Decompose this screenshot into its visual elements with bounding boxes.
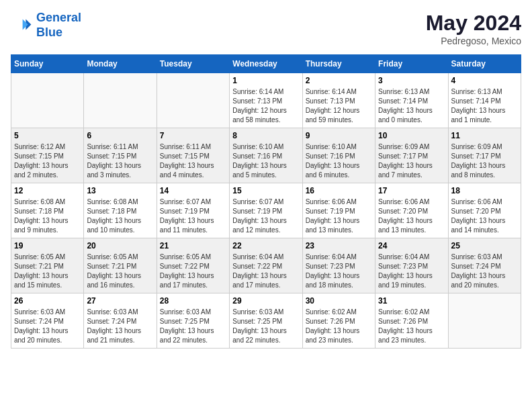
day-info: Sunrise: 6:05 AMSunset: 7:21 PMDaylight:…: [14, 253, 81, 290]
day-number: 31: [378, 296, 445, 306]
page-header: General Blue May 2024 Pedregoso, Mexico: [11, 11, 521, 46]
calendar-cell: [157, 73, 229, 128]
day-number: 21: [160, 241, 226, 250]
weekday-header-thursday: Thursday: [302, 55, 375, 73]
calendar-cell: 8Sunrise: 6:10 AMSunset: 7:16 PMDaylight…: [230, 128, 302, 183]
calendar-week-2: 5Sunrise: 6:12 AMSunset: 7:15 PMDaylight…: [11, 128, 521, 183]
day-number: 24: [378, 241, 445, 250]
day-info: Sunrise: 6:06 AMSunset: 7:20 PMDaylight:…: [378, 197, 445, 235]
day-info: Sunrise: 6:12 AMSunset: 7:15 PMDaylight:…: [14, 142, 81, 180]
day-number: 9: [306, 131, 372, 140]
calendar-cell: 12Sunrise: 6:08 AMSunset: 7:18 PMDayligh…: [11, 183, 84, 238]
calendar-cell: 24Sunrise: 6:04 AMSunset: 7:23 PMDayligh…: [375, 238, 448, 293]
day-number: 22: [232, 241, 299, 250]
day-info: Sunrise: 6:07 AMSunset: 7:19 PMDaylight:…: [232, 197, 299, 235]
title-block: May 2024 Pedregoso, Mexico: [426, 11, 521, 46]
calendar-cell: [448, 293, 521, 349]
day-info: Sunrise: 6:06 AMSunset: 7:19 PMDaylight:…: [306, 197, 372, 235]
calendar-cell: 22Sunrise: 6:04 AMSunset: 7:22 PMDayligh…: [230, 238, 302, 293]
logo-line2: Blue: [36, 26, 62, 39]
day-info: Sunrise: 6:09 AMSunset: 7:17 PMDaylight:…: [378, 142, 445, 180]
calendar-cell: 26Sunrise: 6:03 AMSunset: 7:24 PMDayligh…: [11, 293, 84, 349]
day-info: Sunrise: 6:08 AMSunset: 7:18 PMDaylight:…: [14, 197, 81, 235]
day-number: 4: [451, 76, 518, 85]
day-number: 28: [160, 296, 226, 306]
logo-text: General Blue: [36, 11, 81, 40]
day-info: Sunrise: 6:11 AMSunset: 7:15 PMDaylight:…: [87, 142, 153, 180]
calendar-cell: [84, 73, 157, 128]
calendar-cell: 28Sunrise: 6:03 AMSunset: 7:25 PMDayligh…: [157, 293, 229, 349]
day-number: 18: [451, 186, 518, 195]
day-info: Sunrise: 6:03 AMSunset: 7:24 PMDaylight:…: [451, 253, 518, 290]
day-number: 26: [14, 296, 81, 306]
day-number: 11: [451, 131, 518, 140]
day-info: Sunrise: 6:13 AMSunset: 7:14 PMDaylight:…: [378, 87, 445, 125]
day-info: Sunrise: 6:03 AMSunset: 7:25 PMDaylight:…: [160, 308, 226, 345]
calendar-cell: 30Sunrise: 6:02 AMSunset: 7:26 PMDayligh…: [302, 293, 375, 349]
day-number: 7: [160, 131, 226, 140]
day-number: 17: [378, 186, 445, 195]
day-info: Sunrise: 6:14 AMSunset: 7:13 PMDaylight:…: [306, 87, 372, 125]
day-info: Sunrise: 6:07 AMSunset: 7:19 PMDaylight:…: [160, 197, 226, 235]
calendar-week-1: 1Sunrise: 6:14 AMSunset: 7:13 PMDaylight…: [11, 73, 521, 128]
weekday-header-saturday: Saturday: [448, 55, 521, 73]
weekday-header-tuesday: Tuesday: [157, 55, 229, 73]
calendar-cell: 29Sunrise: 6:03 AMSunset: 7:25 PMDayligh…: [230, 293, 302, 349]
calendar-week-5: 26Sunrise: 6:03 AMSunset: 7:24 PMDayligh…: [11, 293, 521, 349]
day-number: 5: [14, 131, 81, 140]
calendar-cell: 15Sunrise: 6:07 AMSunset: 7:19 PMDayligh…: [230, 183, 302, 238]
day-info: Sunrise: 6:03 AMSunset: 7:24 PMDaylight:…: [14, 308, 81, 345]
day-info: Sunrise: 6:13 AMSunset: 7:14 PMDaylight:…: [451, 87, 518, 125]
day-number: 19: [14, 241, 81, 250]
day-number: 10: [378, 131, 445, 140]
calendar-table: SundayMondayTuesdayWednesdayThursdayFrid…: [11, 54, 521, 349]
calendar-cell: 25Sunrise: 6:03 AMSunset: 7:24 PMDayligh…: [448, 238, 521, 293]
calendar-cell: 13Sunrise: 6:08 AMSunset: 7:18 PMDayligh…: [84, 183, 157, 238]
day-info: Sunrise: 6:02 AMSunset: 7:26 PMDaylight:…: [378, 308, 445, 345]
calendar-week-4: 19Sunrise: 6:05 AMSunset: 7:21 PMDayligh…: [11, 238, 521, 293]
day-info: Sunrise: 6:10 AMSunset: 7:16 PMDaylight:…: [232, 142, 299, 180]
day-info: Sunrise: 6:08 AMSunset: 7:18 PMDaylight:…: [87, 197, 153, 235]
day-info: Sunrise: 6:11 AMSunset: 7:15 PMDaylight:…: [160, 142, 226, 180]
calendar-cell: 11Sunrise: 6:09 AMSunset: 7:17 PMDayligh…: [448, 128, 521, 183]
month-year-title: May 2024: [426, 11, 521, 36]
day-info: Sunrise: 6:05 AMSunset: 7:22 PMDaylight:…: [160, 253, 226, 290]
day-number: 2: [306, 76, 372, 85]
calendar-cell: 27Sunrise: 6:03 AMSunset: 7:24 PMDayligh…: [84, 293, 157, 349]
logo: General Blue: [11, 11, 81, 40]
calendar-cell: 10Sunrise: 6:09 AMSunset: 7:17 PMDayligh…: [375, 128, 448, 183]
day-number: 8: [232, 131, 299, 140]
weekday-header-sunday: Sunday: [11, 55, 84, 73]
weekday-header-friday: Friday: [375, 55, 448, 73]
calendar-cell: 21Sunrise: 6:05 AMSunset: 7:22 PMDayligh…: [157, 238, 229, 293]
day-info: Sunrise: 6:03 AMSunset: 7:25 PMDaylight:…: [232, 308, 299, 345]
weekday-header-monday: Monday: [84, 55, 157, 73]
day-number: 12: [14, 186, 81, 195]
day-info: Sunrise: 6:14 AMSunset: 7:13 PMDaylight:…: [232, 87, 299, 125]
day-number: 13: [87, 186, 153, 195]
calendar-cell: 7Sunrise: 6:11 AMSunset: 7:15 PMDaylight…: [157, 128, 229, 183]
day-number: 6: [87, 131, 153, 140]
day-info: Sunrise: 6:04 AMSunset: 7:23 PMDaylight:…: [306, 253, 372, 290]
day-number: 15: [232, 186, 299, 195]
day-number: 3: [378, 76, 445, 85]
day-number: 1: [232, 76, 299, 85]
day-info: Sunrise: 6:09 AMSunset: 7:17 PMDaylight:…: [451, 142, 518, 180]
day-info: Sunrise: 6:04 AMSunset: 7:23 PMDaylight:…: [378, 253, 445, 290]
day-number: 27: [87, 296, 153, 306]
logo-line1: General: [36, 11, 81, 24]
day-info: Sunrise: 6:04 AMSunset: 7:22 PMDaylight:…: [232, 253, 299, 290]
calendar-cell: 1Sunrise: 6:14 AMSunset: 7:13 PMDaylight…: [230, 73, 302, 128]
day-number: 25: [451, 241, 518, 250]
calendar-cell: 6Sunrise: 6:11 AMSunset: 7:15 PMDaylight…: [84, 128, 157, 183]
day-number: 16: [306, 186, 372, 195]
day-info: Sunrise: 6:06 AMSunset: 7:20 PMDaylight:…: [451, 197, 518, 235]
logo-icon: [11, 15, 32, 36]
day-number: 23: [306, 241, 372, 250]
calendar-cell: [11, 73, 84, 128]
day-number: 29: [232, 296, 299, 306]
day-number: 30: [306, 296, 372, 306]
calendar-cell: 31Sunrise: 6:02 AMSunset: 7:26 PMDayligh…: [375, 293, 448, 349]
weekday-header-wednesday: Wednesday: [230, 55, 302, 73]
day-info: Sunrise: 6:03 AMSunset: 7:24 PMDaylight:…: [87, 308, 153, 345]
